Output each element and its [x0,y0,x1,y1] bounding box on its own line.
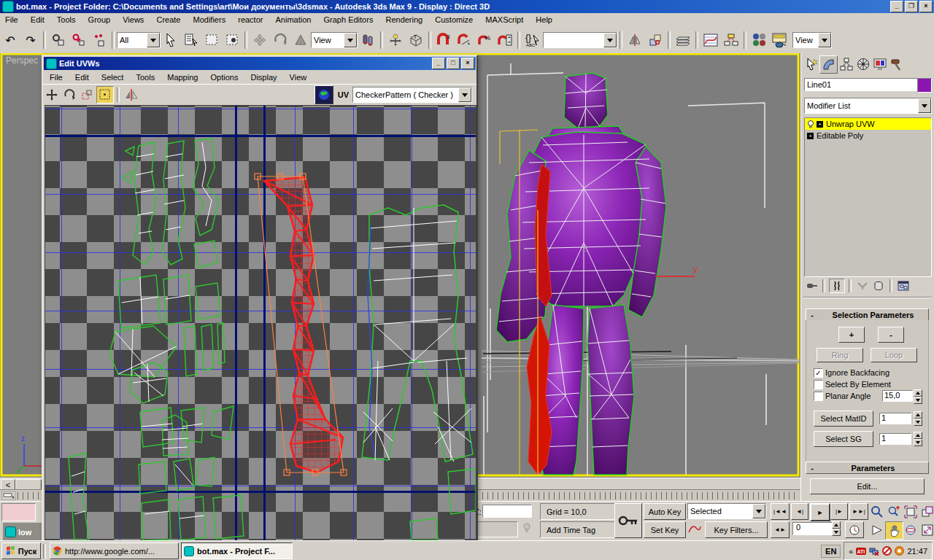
menu-help[interactable]: Help [530,13,557,26]
sg-value[interactable]: 1 [879,433,911,445]
planar-angle-value[interactable]: 15,0 [882,390,913,402]
expand-icon[interactable]: + [817,121,823,128]
grow-selection-button[interactable]: + [838,327,865,343]
uvw-rotate-icon[interactable] [61,87,77,103]
selection-filter-dropdown[interactable]: All [117,32,161,48]
snap-toggle-3d-icon[interactable]: 3 [434,31,453,50]
menu-customize[interactable]: Customize [430,13,478,26]
tab-motion-icon[interactable] [854,55,871,72]
unlink-icon[interactable] [69,31,88,50]
material-editor-icon[interactable] [749,31,768,50]
tab-utilities-icon[interactable] [888,55,905,72]
uvw-close-button[interactable]: × [461,58,474,69]
task-button-bot-max[interactable]: bot.max - Project F... [181,542,293,559]
uvw-minimize-button[interactable]: _ [432,58,445,69]
maximize-viewport-toggle-icon[interactable] [919,521,934,538]
play-button[interactable]: ► [810,503,830,521]
named-set-dropdown[interactable] [543,32,617,48]
selection-lock-key-icon[interactable] [614,503,642,538]
select-object-icon[interactable] [161,31,180,50]
shrink-selection-button[interactable]: - [878,327,904,343]
uv-coords-label[interactable]: UV [338,90,349,99]
parameters-rollout[interactable]: -Parameters [806,462,929,474]
language-indicator[interactable]: EN [821,545,841,558]
modifier-list-dropdown[interactable]: Modifier List [804,98,932,114]
angle-snap-icon[interactable] [455,31,474,50]
uvw-scale-icon[interactable] [79,87,95,103]
uv-canvas[interactable] [45,105,476,542]
bind-spacewarp-icon[interactable] [90,31,109,50]
rect-selection-region-icon[interactable] [202,31,221,50]
uvw-menu-select[interactable]: Select [96,71,129,83]
pan-hand-icon[interactable] [885,521,903,540]
tab-hierarchy-icon[interactable] [838,55,854,72]
show-end-result-icon[interactable] [829,279,845,293]
use-pivot-center-icon[interactable] [358,31,377,50]
menu-rendering[interactable]: Rendering [380,13,428,26]
ring-button[interactable]: Ring [817,348,863,362]
mini-curve-editor-icon[interactable] [1,491,16,500]
field-of-view-icon[interactable] [868,521,885,538]
select-move-icon[interactable] [250,31,269,50]
edit-uvws-window[interactable]: Edit UVWs _ □ × File Edit Select Tools M… [42,55,478,543]
default-in-out-tangent-icon[interactable] [687,522,702,535]
checker-pattern-dropdown[interactable]: CheckerPattern ( Checker ) [352,87,472,103]
auto-key-button[interactable]: Auto Key [644,503,686,520]
select-by-name-icon[interactable] [182,31,201,50]
ignore-backfacing-checkbox[interactable]: ✓ [814,368,823,378]
menu-graph-editors[interactable]: Graph Editors [319,13,379,26]
frame-spinner[interactable] [832,521,841,536]
uvw-move-icon[interactable] [44,87,60,103]
zoom-extents-all-icon[interactable] [919,503,934,520]
menu-animation[interactable]: Animation [271,13,317,26]
stack-row-editable-poly[interactable]: + Editable Poly [805,130,931,141]
menu-tools[interactable]: Tools [52,13,81,26]
uvw-menu-file[interactable]: File [45,71,68,83]
loop-button[interactable]: Loop [871,348,917,362]
select-matid-button[interactable]: Select MatID [814,411,873,427]
uvw-mirror-icon[interactable] [123,87,140,103]
layer-manager-icon[interactable] [674,31,692,50]
tab-modify-icon[interactable] [819,55,838,74]
select-manipulate-icon[interactable] [386,31,405,50]
edit-uvws-title-bar[interactable]: Edit UVWs _ □ × [44,57,476,70]
render-setup-icon[interactable] [770,31,789,50]
remove-modifier-icon[interactable] [871,279,886,292]
animate-selection-dropdown[interactable]: Selected [687,503,766,519]
current-frame-field[interactable]: 0 [792,522,833,535]
keyboard-override-icon[interactable]: T [406,31,425,50]
planar-angle-spinner[interactable] [914,389,922,404]
selection-parameters-rollout[interactable]: -Selection Parameters [806,308,929,321]
uvw-menu-edit[interactable]: Edit [70,71,94,83]
make-unique-icon[interactable] [855,279,870,292]
uvw-freeform-icon[interactable] [96,86,114,104]
menu-file[interactable]: File [0,13,23,26]
uvw-menu-view[interactable]: View [285,71,312,83]
show-map-toggle-icon[interactable] [314,85,333,104]
tray-chevron[interactable]: « [849,547,853,556]
uv-islands-layer[interactable] [45,106,476,541]
minimize-button[interactable]: _ [890,1,903,12]
edit-uvws-open-button[interactable]: Edit... [810,478,925,494]
select-by-element-checkbox[interactable] [814,380,823,389]
sg-spinner[interactable] [914,432,922,446]
task-button-browser[interactable]: http://www.google.com/... [50,542,179,559]
uvw-menu-options[interactable]: Options [205,71,243,83]
main-title-bar[interactable]: bot.max - Project Folder: C:\Documents a… [0,0,934,13]
menu-edit[interactable]: Edit [26,13,50,26]
reference-coord-dropdown[interactable]: View [311,32,358,48]
menu-views[interactable]: Views [117,13,149,26]
ati-tray-icon[interactable]: ATI [856,547,866,556]
matid-spinner[interactable] [914,411,922,426]
spinner-snap-icon[interactable] [495,31,514,50]
schematic-view-icon[interactable] [722,31,741,50]
tab-display-icon[interactable] [871,55,888,72]
redo-button[interactable]: ↷ [21,31,40,50]
window-crossing-icon[interactable] [223,31,242,50]
uvw-menu-tools[interactable]: Tools [131,71,160,83]
key-filters-button[interactable]: Key Filters... [705,521,768,538]
align-icon[interactable] [646,31,665,50]
select-and-link-icon[interactable] [49,31,68,50]
percent-snap-icon[interactable]: % [475,31,494,50]
menu-reactor[interactable]: reactor [233,13,268,26]
